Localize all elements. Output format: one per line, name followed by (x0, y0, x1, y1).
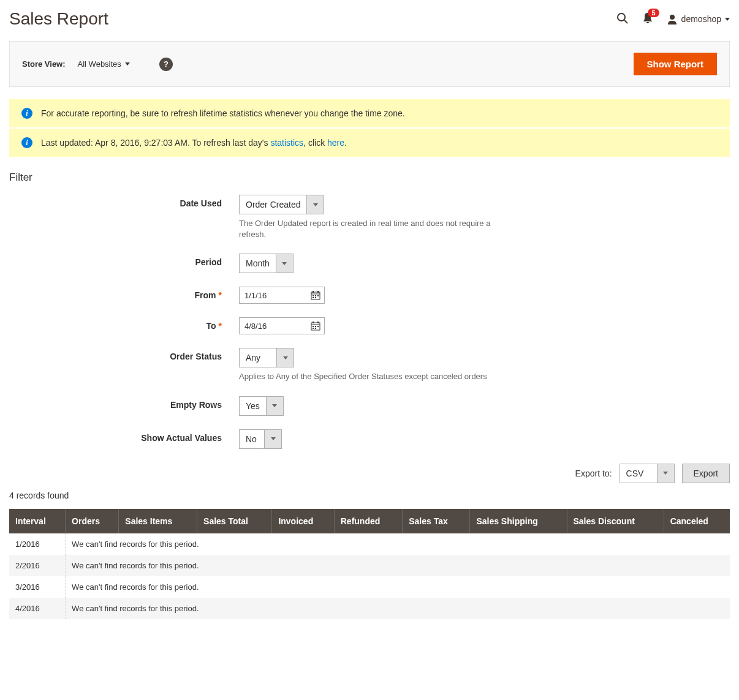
filter-section-title: Filter (9, 171, 730, 184)
show-actual-label: Show Actual Values (9, 429, 239, 443)
chevron-down-icon (266, 397, 283, 415)
no-records-cell: We can't find records for this period. (66, 598, 730, 619)
info-icon: i (21, 137, 32, 148)
results-table: IntervalOrdersSales ItemsSales TotalInvo… (9, 509, 730, 619)
chevron-down-icon (125, 62, 130, 66)
empty-rows-label: Empty Rows (9, 396, 239, 410)
notification-badge: 5 (648, 9, 659, 17)
svg-rect-19 (313, 328, 314, 329)
user-menu[interactable]: demoshop (667, 13, 730, 24)
column-header[interactable]: Orders (66, 509, 119, 533)
page-title: Sales Report (9, 9, 108, 29)
chevron-down-icon (657, 464, 674, 483)
export-format-select[interactable]: CSV (620, 464, 675, 483)
from-label: From* (9, 287, 239, 300)
from-date-input[interactable]: 1/1/16 (239, 287, 325, 304)
username: demoshop (681, 14, 721, 24)
svg-line-1 (624, 20, 627, 23)
notifications-icon[interactable]: 5 (642, 12, 653, 26)
order-status-hint: Applies to Any of the Specified Order St… (239, 371, 509, 382)
records-found: 4 records found (9, 491, 730, 500)
interval-cell: 2/2016 (9, 555, 66, 576)
help-icon[interactable]: ? (159, 58, 173, 71)
column-header[interactable]: Refunded (334, 509, 402, 533)
table-row: 3/2016We can't find records for this per… (9, 576, 730, 598)
chevron-down-icon (306, 195, 324, 214)
column-header[interactable]: Invoiced (272, 509, 334, 533)
svg-rect-16 (313, 326, 314, 327)
store-view-select[interactable]: All Websites (78, 59, 130, 69)
statistics-link[interactable]: statistics (270, 138, 303, 148)
svg-rect-18 (317, 326, 319, 327)
svg-rect-20 (315, 328, 316, 329)
column-header[interactable]: Sales Total (197, 509, 272, 533)
order-status-select[interactable]: Any (239, 348, 294, 367)
export-to-label: Export to: (575, 469, 612, 478)
chevron-down-icon (276, 254, 293, 273)
column-header[interactable]: Sales Shipping (470, 509, 567, 533)
search-icon[interactable] (616, 12, 629, 26)
svg-rect-7 (313, 295, 314, 296)
store-view-label: Store View: (22, 59, 66, 69)
notice-last-updated: i Last updated: Apr 8, 2016, 9:27:03 AM.… (9, 129, 730, 157)
user-icon (667, 13, 678, 24)
period-label: Period (9, 254, 239, 267)
chevron-down-icon (264, 430, 281, 448)
info-icon: i (21, 108, 32, 119)
date-used-label: Date Used (9, 195, 239, 208)
chevron-down-icon (276, 348, 294, 367)
date-used-hint: The Order Updated report is created in r… (239, 218, 509, 240)
show-actual-select[interactable]: No (239, 429, 282, 449)
interval-cell: 3/2016 (9, 576, 66, 598)
interval-cell: 1/2016 (9, 533, 66, 555)
svg-rect-11 (315, 297, 316, 298)
empty-rows-select[interactable]: Yes (239, 396, 284, 416)
column-header[interactable]: Interval (9, 509, 66, 533)
svg-rect-10 (313, 297, 314, 298)
table-row: 1/2016We can't find records for this per… (9, 533, 730, 555)
svg-point-2 (670, 15, 675, 20)
svg-rect-17 (315, 326, 316, 327)
svg-rect-8 (315, 295, 316, 296)
table-row: 4/2016We can't find records for this per… (9, 598, 730, 619)
svg-point-0 (618, 13, 625, 21)
column-header[interactable]: Canceled (664, 509, 730, 533)
column-header[interactable]: Sales Discount (567, 509, 664, 533)
no-records-cell: We can't find records for this period. (66, 533, 730, 555)
here-link[interactable]: here (327, 138, 344, 148)
to-date-input[interactable]: 4/8/16 (239, 317, 325, 334)
show-report-button[interactable]: Show Report (634, 53, 718, 75)
chevron-down-icon (725, 18, 730, 21)
export-button[interactable]: Export (682, 464, 730, 483)
calendar-icon[interactable] (307, 321, 324, 331)
order-status-label: Order Status (9, 348, 239, 361)
column-header[interactable]: Sales Tax (403, 509, 470, 533)
interval-cell: 4/2016 (9, 598, 66, 619)
no-records-cell: We can't find records for this period. (66, 576, 730, 598)
no-records-cell: We can't find records for this period. (66, 555, 730, 576)
svg-rect-9 (317, 295, 319, 296)
notice-timezone: i For accurate reporting, be sure to ref… (9, 99, 730, 127)
date-used-select[interactable]: Order Created (239, 195, 324, 214)
calendar-icon[interactable] (307, 290, 324, 300)
table-row: 2/2016We can't find records for this per… (9, 555, 730, 576)
period-select[interactable]: Month (239, 254, 294, 273)
column-header[interactable]: Sales Items (119, 509, 197, 533)
to-label: To* (9, 317, 239, 331)
